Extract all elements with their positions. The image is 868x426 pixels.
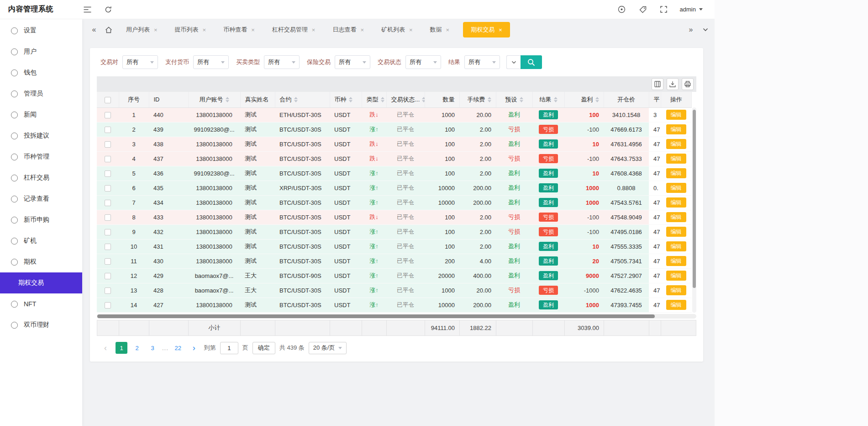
prev-page-button[interactable]: ‹ [100, 342, 111, 354]
tab-close-icon[interactable]: × [409, 27, 413, 33]
column-header-6[interactable]: 类型 [362, 92, 386, 107]
tabs-menu-icon[interactable] [701, 25, 710, 34]
column-header-7[interactable]: 交易状态... [386, 92, 425, 107]
column-header-11[interactable]: 结果 [532, 92, 564, 107]
row-checkbox[interactable] [105, 244, 111, 250]
columns-icon[interactable] [652, 78, 663, 90]
per-page-select[interactable]: 20 条/页 [309, 342, 347, 354]
sidebar-item-feedback[interactable]: 投拆建议 [0, 125, 82, 146]
horizontal-scrollbar-thumb[interactable] [97, 314, 655, 318]
sort-icon[interactable] [554, 96, 558, 103]
confirm-button[interactable]: 确定 [253, 342, 275, 354]
next-page-button[interactable]: › [188, 342, 200, 354]
select-all-checkbox[interactable] [105, 97, 111, 103]
row-checkbox[interactable] [105, 127, 111, 133]
sidebar-item-nft[interactable]: NFT [0, 293, 82, 314]
sort-icon[interactable] [595, 96, 599, 103]
edit-button[interactable]: 编辑 [666, 139, 686, 149]
sidebar-item-coin-manage[interactable]: 币种管理 [0, 146, 82, 167]
edit-button[interactable]: 编辑 [666, 300, 686, 310]
refresh-icon[interactable] [103, 5, 113, 15]
row-checkbox[interactable] [105, 112, 111, 118]
row-checkbox[interactable] [105, 185, 111, 192]
edit-button[interactable]: 编辑 [666, 271, 686, 281]
page-button[interactable]: 3 [147, 342, 158, 354]
row-checkbox[interactable] [105, 258, 111, 265]
row-checkbox[interactable] [105, 170, 111, 177]
row-checkbox[interactable] [105, 141, 111, 148]
row-checkbox[interactable] [105, 273, 111, 279]
search-button[interactable] [521, 55, 542, 69]
sidebar-item-settings[interactable]: 设置 [0, 20, 82, 41]
edit-button[interactable]: 编辑 [666, 183, 686, 193]
tab-close-icon[interactable]: × [251, 27, 255, 33]
column-header-5[interactable]: 币种 [330, 92, 362, 107]
column-header-4[interactable]: 合约 [275, 92, 330, 107]
tab-close-icon[interactable]: × [203, 27, 206, 33]
row-checkbox[interactable] [105, 288, 111, 294]
edit-button[interactable]: 编辑 [666, 256, 686, 266]
vertical-scrollbar[interactable] [692, 107, 696, 313]
sort-icon[interactable] [488, 96, 491, 103]
sort-icon[interactable] [422, 96, 425, 103]
vertical-scrollbar-thumb[interactable] [693, 110, 696, 288]
sort-icon[interactable] [349, 96, 352, 103]
page-button[interactable]: 2 [131, 342, 143, 354]
sidebar-item-admins[interactable]: 管理员 [0, 83, 82, 104]
export-icon[interactable] [667, 78, 679, 90]
sidebar-item-new-coin[interactable]: 新币申购 [0, 209, 82, 230]
row-checkbox[interactable] [105, 200, 111, 206]
filter-select-pair[interactable]: 所有 [122, 55, 158, 69]
tab-user-list[interactable]: 用户列表× [122, 22, 161, 37]
sidebar-item-dual-finance[interactable]: 双币理财 [0, 314, 82, 335]
sort-icon[interactable] [226, 96, 229, 103]
row-checkbox[interactable] [105, 156, 111, 162]
sort-icon[interactable] [294, 96, 298, 103]
more-filters-button[interactable] [506, 55, 521, 69]
filter-select-insurance[interactable]: 所有 [335, 55, 370, 69]
sort-icon[interactable] [381, 96, 384, 103]
tabs-scroll-right-icon[interactable]: » [686, 25, 695, 34]
sort-icon[interactable] [520, 96, 523, 103]
palette-icon[interactable] [617, 5, 627, 15]
tab-miner-list[interactable]: 矿机列表× [378, 22, 416, 37]
sidebar-item-options-trade[interactable]: 期权交易 [0, 272, 82, 293]
edit-button[interactable]: 编辑 [666, 285, 686, 295]
row-checkbox[interactable] [105, 214, 111, 221]
column-header-2[interactable]: 用户账号 [188, 92, 240, 107]
filter-select-pay-currency[interactable]: 所有 [193, 55, 229, 69]
column-header-9[interactable]: 手续费 [459, 92, 496, 107]
tab-close-icon[interactable]: × [499, 27, 502, 33]
sidebar-item-users[interactable]: 用户 [0, 41, 82, 62]
page-button[interactable]: 1 [116, 342, 127, 354]
collapse-menu-icon[interactable] [82, 5, 92, 15]
tabs-scroll-left-icon[interactable]: « [89, 25, 99, 34]
tab-close-icon[interactable]: × [312, 27, 316, 33]
sidebar-item-leverage[interactable]: 杠杆交易 [0, 167, 82, 188]
tag-icon[interactable] [638, 5, 648, 15]
edit-button[interactable]: 编辑 [666, 227, 686, 237]
filter-select-trade-status[interactable]: 所有 [405, 55, 441, 69]
print-icon[interactable] [682, 78, 694, 90]
sidebar-item-options[interactable]: 期权 [0, 251, 82, 272]
edit-button[interactable]: 编辑 [666, 110, 686, 120]
edit-button[interactable]: 编辑 [666, 197, 686, 208]
fullscreen-icon[interactable] [659, 5, 669, 15]
tab-close-icon[interactable]: × [154, 27, 158, 33]
home-icon[interactable] [104, 25, 113, 34]
sidebar-item-records[interactable]: 记录查看 [0, 188, 82, 209]
tab-options-trade[interactable]: 期权交易× [463, 22, 510, 37]
tab-log-view[interactable]: 日志查看× [329, 22, 368, 37]
edit-button[interactable]: 编辑 [666, 212, 686, 222]
edit-button[interactable]: 编辑 [666, 124, 686, 134]
horizontal-scrollbar[interactable] [97, 314, 696, 319]
tab-close-icon[interactable]: × [446, 27, 450, 33]
tab-withdraw-list[interactable]: 提币列表× [171, 22, 210, 37]
tab-data[interactable]: 数据× [426, 22, 453, 37]
column-header-10[interactable]: 预设 [496, 92, 532, 107]
admin-menu[interactable]: admin [680, 6, 703, 13]
edit-button[interactable]: 编辑 [666, 168, 686, 178]
row-checkbox[interactable] [105, 229, 111, 235]
filter-select-result[interactable]: 所有 [464, 55, 500, 69]
tab-coin-view[interactable]: 币种查看× [220, 22, 258, 37]
